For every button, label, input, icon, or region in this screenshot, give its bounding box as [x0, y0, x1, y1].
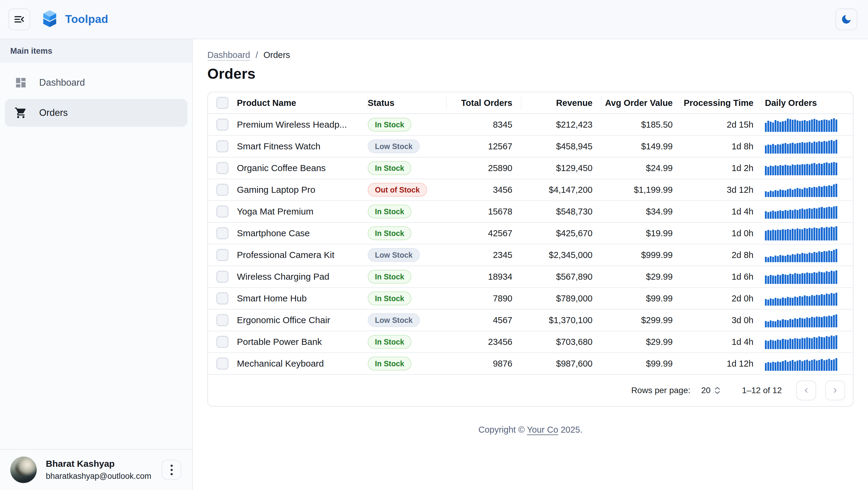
- spark-bar: [794, 318, 796, 327]
- spark-bar: [765, 191, 767, 197]
- menu-open-icon: [13, 13, 26, 26]
- rows-per-page-spinner[interactable]: [714, 386, 720, 394]
- table-row[interactable]: Yoga Mat Premium In Stock 15678 $548,730…: [208, 201, 853, 223]
- spark-bar: [816, 188, 818, 197]
- column-header-status[interactable]: Status: [368, 92, 447, 113]
- table-row[interactable]: Smart Home Hub In Stock 7890 $789,000 $9…: [208, 288, 853, 310]
- column-header-revenue[interactable]: Revenue: [521, 92, 601, 113]
- processing-time-value: 1d 2h: [682, 163, 763, 173]
- column-header-processing-time[interactable]: Processing Time: [682, 92, 763, 113]
- table-row[interactable]: Organic Coffee Beans In Stock 25890 $129…: [208, 157, 853, 179]
- row-checkbox[interactable]: [216, 140, 228, 152]
- processing-time-value: 3d 0h: [682, 315, 763, 325]
- spark-bar: [777, 362, 779, 371]
- row-checkbox[interactable]: [216, 162, 228, 174]
- spark-bar: [831, 227, 832, 240]
- avg-order-value: $1,199.99: [601, 185, 682, 195]
- revenue-value: $567,890: [521, 272, 601, 282]
- spark-bar: [811, 360, 813, 371]
- spark-bar: [824, 208, 825, 219]
- spark-bar: [833, 315, 835, 327]
- table-row[interactable]: Smart Fitness Watch Low Stock 12567 $458…: [208, 136, 853, 157]
- rows-per-page-select[interactable]: 20: [701, 385, 711, 395]
- product-name-cell: Premium Wireless Headp...: [237, 119, 368, 130]
- table-row[interactable]: Premium Wireless Headp... In Stock 8345 …: [208, 114, 853, 136]
- sidebar-item-label: Orders: [39, 108, 68, 118]
- user-email: bharatkashyap@outlook.com: [46, 471, 151, 481]
- row-checkbox[interactable]: [216, 184, 228, 196]
- row-checkbox[interactable]: [216, 271, 228, 283]
- spark-bar: [792, 274, 794, 284]
- spark-bar: [826, 186, 828, 197]
- column-header-product-name[interactable]: Product Name: [237, 92, 368, 113]
- table-row[interactable]: Gaming Laptop Pro Out of Stock 3456 $4,1…: [208, 179, 853, 201]
- avg-order-value: $999.99: [601, 250, 682, 260]
- spark-bar: [765, 211, 767, 219]
- spark-bar: [772, 362, 774, 371]
- row-checkbox[interactable]: [216, 357, 228, 370]
- spark-bar: [831, 336, 832, 349]
- table-row[interactable]: Wireless Charging Pad In Stock 18934 $56…: [208, 266, 853, 288]
- spark-bar: [811, 228, 813, 240]
- next-page-button[interactable]: [825, 380, 845, 400]
- spark-bar: [828, 163, 830, 175]
- row-checkbox[interactable]: [216, 314, 228, 326]
- spark-bar: [818, 228, 820, 240]
- breadcrumb-dashboard-link[interactable]: Dashboard: [207, 50, 250, 60]
- select-all-checkbox[interactable]: [216, 97, 228, 109]
- sidebar-collapse-button[interactable]: [8, 8, 30, 30]
- total-orders-value: 3456: [447, 185, 521, 195]
- column-header-daily-orders[interactable]: Daily Orders: [763, 92, 853, 113]
- spark-bar: [813, 359, 815, 371]
- spark-bar: [779, 362, 781, 371]
- spark-bar: [775, 298, 776, 306]
- spark-bar: [809, 208, 810, 219]
- spark-bar: [828, 120, 830, 132]
- spark-bar: [811, 273, 813, 284]
- row-checkbox[interactable]: [216, 227, 228, 239]
- spark-bar: [799, 254, 801, 262]
- page-title: Orders: [207, 65, 854, 82]
- spark-bar: [821, 164, 823, 175]
- row-checkbox[interactable]: [216, 292, 228, 305]
- company-link[interactable]: Your Co: [527, 425, 558, 434]
- table-row[interactable]: Professional Camera Kit Low Stock 2345 $…: [208, 244, 853, 266]
- spark-bar: [782, 144, 784, 153]
- row-checkbox[interactable]: [216, 205, 228, 218]
- column-header-total-orders[interactable]: Total Orders: [447, 92, 521, 113]
- user-menu-button[interactable]: [161, 460, 181, 480]
- table-row[interactable]: Ergonomic Office Chair Low Stock 4567 $1…: [208, 310, 853, 331]
- processing-time-value: 1d 4h: [682, 207, 763, 217]
- spark-bar: [833, 294, 835, 306]
- spark-bar: [792, 229, 794, 240]
- header-checkbox-cell: [208, 92, 237, 113]
- table-row[interactable]: Portable Power Bank In Stock 23456 $703,…: [208, 331, 853, 353]
- table-row[interactable]: Mechanical Keyboard In Stock 9876 $987,6…: [208, 353, 853, 375]
- user-account-section: Bharat Kashyap bharatkashyap@outlook.com: [0, 449, 192, 490]
- sidebar-item-dashboard[interactable]: Dashboard: [5, 69, 187, 96]
- table-row[interactable]: Smartphone Case In Stock 42567 $425,670 …: [208, 223, 853, 244]
- spark-bar: [801, 208, 803, 219]
- spark-bar: [806, 272, 808, 284]
- spark-bar: [811, 253, 813, 262]
- spark-bar: [804, 273, 806, 284]
- daily-orders-sparkline: [765, 356, 837, 371]
- toolpad-logo: [41, 10, 58, 28]
- row-checkbox[interactable]: [216, 119, 228, 131]
- row-checkbox[interactable]: [216, 336, 228, 348]
- product-name: Ergonomic Office Chair: [237, 315, 330, 325]
- product-name-cell: Organic Coffee Beans: [237, 163, 368, 173]
- spark-bar: [799, 143, 801, 153]
- spark-bar: [813, 317, 815, 327]
- row-checkbox[interactable]: [216, 249, 228, 261]
- column-header-avg-order-value[interactable]: Avg Order Value: [601, 92, 682, 113]
- theme-toggle-button[interactable]: [835, 8, 857, 30]
- sidebar-item-orders[interactable]: Orders: [5, 99, 187, 127]
- revenue-value: $212,423: [521, 120, 601, 130]
- total-orders-value: 23456: [447, 337, 521, 347]
- status-cell: In Stock: [368, 357, 447, 371]
- status-badge: Low Stock: [368, 139, 420, 153]
- previous-page-button[interactable]: [796, 380, 816, 400]
- spark-bar: [804, 360, 806, 371]
- spark-bar: [794, 119, 796, 132]
